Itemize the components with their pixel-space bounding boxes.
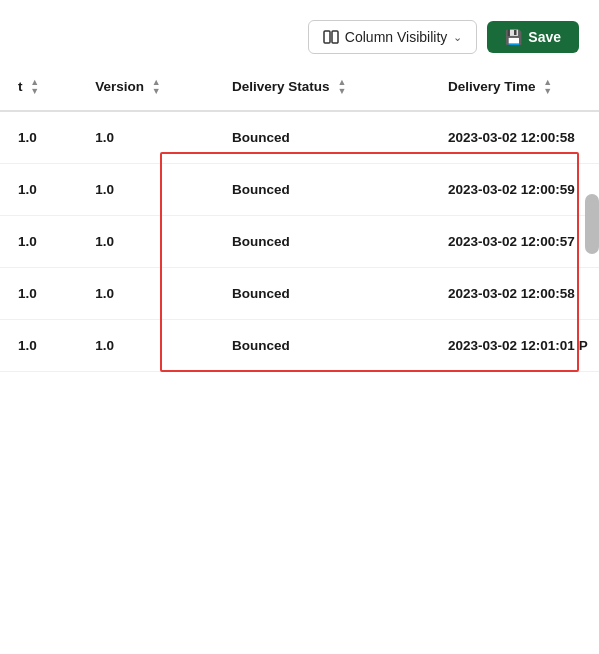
cell-version: 1.0 <box>77 268 214 320</box>
toolbar: Column Visibility ⌄ 💾 Save <box>0 0 599 64</box>
cell-delivery-time: 2023-03-02 12:00:57 <box>430 216 599 268</box>
cell-delivery-time: 2023-03-02 12:00:59 <box>430 164 599 216</box>
column-visibility-label: Column Visibility <box>345 29 447 45</box>
cell-left-partial: 1.0 <box>0 111 77 164</box>
save-label: Save <box>528 29 561 45</box>
sort-arrows-delivery-time: ▲▼ <box>543 78 552 96</box>
table-header-row: t ▲▼ Version ▲▼ Delivery Status ▲▼ <box>0 64 599 111</box>
cell-version: 1.0 <box>77 216 214 268</box>
table-wrapper: t ▲▼ Version ▲▼ Delivery Status ▲▼ <box>0 64 599 372</box>
cell-delivery-time: 2023-03-02 12:01:01 P <box>430 320 599 372</box>
table-row: 1.01.0Bounced2023-03-02 12:00:58 <box>0 111 599 164</box>
cell-delivery-status: Bounced <box>214 216 430 268</box>
cell-left-partial: 1.0 <box>0 320 77 372</box>
columns-icon <box>323 29 339 45</box>
cell-delivery-status: Bounced <box>214 164 430 216</box>
cell-left-partial: 1.0 <box>0 216 77 268</box>
cell-left-partial: 1.0 <box>0 164 77 216</box>
scrollbar-indicator[interactable] <box>585 194 599 254</box>
cell-delivery-time: 2023-03-02 12:00:58 <box>430 111 599 164</box>
sort-arrows-version: ▲▼ <box>152 78 161 96</box>
sort-arrows-left: ▲▼ <box>30 78 39 96</box>
table-row: 1.01.0Bounced2023-03-02 12:00:59 <box>0 164 599 216</box>
col-header-left-partial[interactable]: t ▲▼ <box>0 64 77 111</box>
table-row: 1.01.0Bounced2023-03-02 12:01:01 P <box>0 320 599 372</box>
column-visibility-button[interactable]: Column Visibility ⌄ <box>308 20 477 54</box>
sort-arrows-delivery-status: ▲▼ <box>337 78 346 96</box>
cell-delivery-status: Bounced <box>214 111 430 164</box>
cell-version: 1.0 <box>77 111 214 164</box>
table-row: 1.01.0Bounced2023-03-02 12:00:58 <box>0 268 599 320</box>
chevron-down-icon: ⌄ <box>453 31 462 44</box>
save-icon: 💾 <box>505 29 522 45</box>
table-row: 1.01.0Bounced2023-03-02 12:00:57 <box>0 216 599 268</box>
cell-left-partial: 1.0 <box>0 268 77 320</box>
col-header-version[interactable]: Version ▲▼ <box>77 64 214 111</box>
cell-delivery-status: Bounced <box>214 268 430 320</box>
cell-version: 1.0 <box>77 320 214 372</box>
cell-version: 1.0 <box>77 164 214 216</box>
save-button[interactable]: 💾 Save <box>487 21 579 53</box>
svg-rect-0 <box>324 31 330 43</box>
col-header-delivery-time[interactable]: Delivery Time ▲▼ <box>430 64 599 111</box>
cell-delivery-status: Bounced <box>214 320 430 372</box>
data-table: t ▲▼ Version ▲▼ Delivery Status ▲▼ <box>0 64 599 372</box>
cell-delivery-time: 2023-03-02 12:00:58 <box>430 268 599 320</box>
col-header-delivery-status[interactable]: Delivery Status ▲▼ <box>214 64 430 111</box>
svg-rect-1 <box>332 31 338 43</box>
